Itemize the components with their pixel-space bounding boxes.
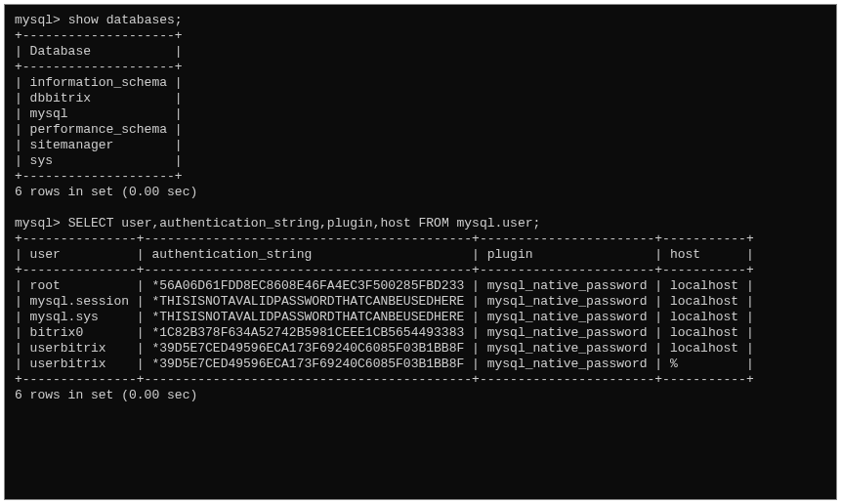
table2-row: | mysql.sys | *THISISNOTAVALIDPASSWORDTH… [15, 310, 826, 325]
table2-row: | userbitrix | *39D5E7CED49596ECA173F692… [15, 341, 826, 357]
table1-sep-mid: +--------------------+ [15, 60, 826, 75]
terminal-window[interactable]: mysql> show databases;+-----------------… [4, 4, 837, 500]
table1-sep-top: +--------------------+ [15, 28, 826, 44]
table1-row: | performance_schema | [15, 122, 826, 138]
table2-sep-top: +---------------+-----------------------… [15, 231, 826, 247]
table1-row: | information_schema | [15, 75, 826, 91]
table1-sep-bot: +--------------------+ [15, 169, 826, 185]
table1-row: | mysql | [15, 106, 826, 122]
table1-row: | sys | [15, 153, 826, 169]
table1-row: | dbbitrix | [15, 91, 826, 106]
command-1: show databases; [68, 13, 183, 27]
table2-sep-mid: +---------------+-----------------------… [15, 263, 826, 278]
table2-row: | userbitrix | *39D5E7CED49596ECA173F692… [15, 357, 826, 372]
table2-row: | mysql.session | *THISISNOTAVALIDPASSWO… [15, 294, 826, 310]
result-1: 6 rows in set (0.00 sec) [15, 185, 826, 200]
table1-row: | sitemanager | [15, 138, 826, 153]
mysql-prompt: mysql> [15, 13, 61, 27]
table2-header: | user | authentication_string | plugin … [15, 247, 826, 263]
prompt-line-1: mysql> show databases; [15, 13, 826, 28]
mysql-prompt: mysql> [15, 216, 61, 231]
table2-row: | bitrix0 | *1C82B378F634A52742B5981CEEE… [15, 325, 826, 341]
prompt-line-2: mysql> SELECT user,authentication_string… [15, 216, 826, 231]
table1-header: | Database | [15, 44, 826, 60]
command-2: SELECT user,authentication_string,plugin… [68, 216, 541, 231]
blank-line [15, 200, 826, 216]
table2-sep-bot: +---------------+-----------------------… [15, 372, 826, 388]
result-2: 6 rows in set (0.00 sec) [15, 388, 826, 403]
table2-row: | root | *56A06D61FDD8EC8608E46FA4EC3F50… [15, 278, 826, 294]
